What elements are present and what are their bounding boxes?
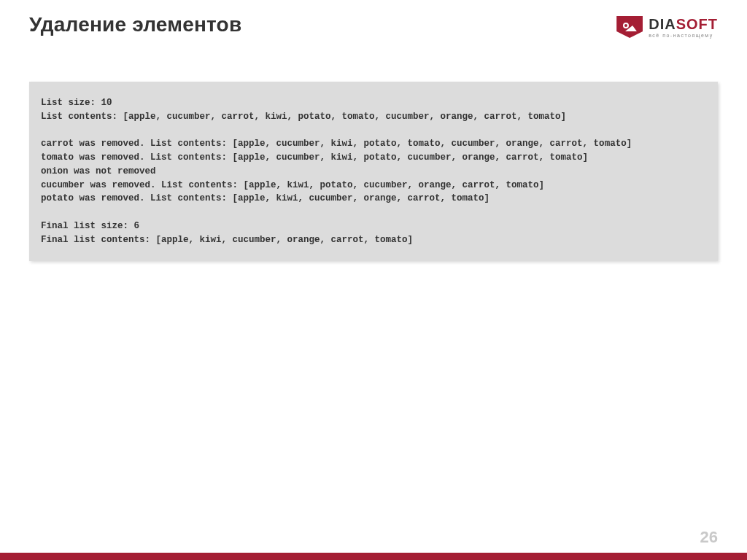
footer-brand-bar — [0, 553, 747, 560]
logo-tagline: всё по-настоящему — [649, 33, 718, 38]
logo-text: DIASOFT всё по-настоящему — [649, 17, 718, 38]
slide-title: Удаление элементов — [29, 13, 241, 36]
slide-footer: 26 — [0, 528, 747, 560]
page-number: 26 — [700, 528, 718, 547]
diasoft-logo: DIASOFT всё по-настоящему — [616, 16, 718, 38]
logo-name-soft: SOFT — [676, 16, 718, 32]
logo-name-dia: DIA — [649, 16, 676, 32]
logo-mark-icon — [616, 16, 643, 38]
slide-header: Удаление элементов DIASOFT всё по-настоя… — [0, 0, 747, 38]
code-output-block: List size: 10 List contents: [apple, cuc… — [29, 82, 718, 261]
logo-name: DIASOFT — [649, 17, 718, 31]
